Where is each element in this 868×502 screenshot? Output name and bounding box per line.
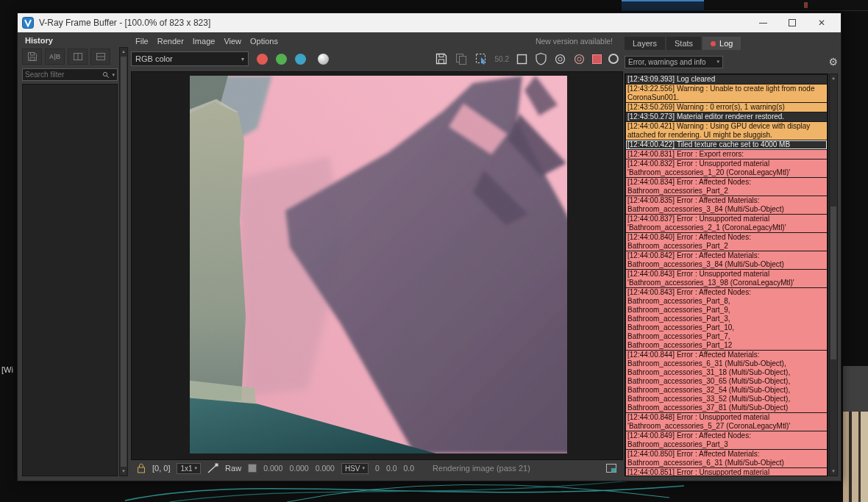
window-title: V-Ray Frame Buffer - [100.0% of 823 x 82…: [39, 18, 748, 28]
green-channel-button[interactable]: [276, 54, 287, 65]
log-entry-time: 12:44:00.842: [627, 251, 675, 259]
color-mode-arrow-icon: ▾: [363, 465, 366, 471]
new-version-link[interactable]: New version available!: [536, 37, 623, 46]
pixel-ratio-select[interactable]: 1x1 ▾: [177, 463, 201, 474]
gear-icon[interactable]: ⚙: [828, 57, 838, 67]
copy-image-icon[interactable]: [455, 52, 468, 65]
rendered-image[interactable]: [190, 76, 567, 453]
history-ab-vertical-button[interactable]: [90, 49, 110, 65]
render-canvas[interactable]: [131, 71, 623, 460]
search-icon: [102, 71, 110, 79]
log-entry[interactable]: 12:44:00.843Error : Unsupported material…: [626, 270, 827, 287]
window-titlebar[interactable]: V-Ray Frame Buffer - [100.0% of 823 x 82…: [18, 13, 841, 32]
vray-frame-buffer-window: V-Ray Frame Buffer - [100.0% of 823 x 82…: [17, 12, 842, 481]
color-mode-select[interactable]: HSV ▾: [341, 463, 369, 474]
log-entry[interactable]: 12:44:00.850Error : Affected Materials: …: [626, 450, 827, 467]
log-scrollbar-thumb[interactable]: [830, 207, 836, 359]
menu-item[interactable]: File: [131, 37, 153, 46]
tab-layers[interactable]: Layers: [625, 37, 665, 50]
log-filter-select[interactable]: Error, warnings and info ▾: [625, 56, 723, 68]
lock-icon[interactable]: [137, 463, 146, 473]
history-search-input[interactable]: [25, 71, 102, 79]
blue-channel-button[interactable]: [295, 54, 306, 65]
scroll-down-icon[interactable]: ▼: [120, 467, 127, 476]
history-scrollbar-thumb[interactable]: [121, 57, 127, 467]
log-filter-arrow-icon: ▾: [716, 59, 719, 65]
log-entry-time: 12:43:09.393: [627, 75, 675, 83]
log-entry[interactable]: 12:43:09.393Log cleared: [626, 75, 827, 84]
log-entry[interactable]: 12:44:00.844Error : Affected Materials: …: [626, 351, 827, 412]
log-entry-message: Warning : 0 error(s), 1 warning(s): [677, 103, 785, 111]
ab-horizontal-icon: [73, 51, 83, 62]
menu-item[interactable]: Options: [246, 37, 282, 46]
log-entry[interactable]: 12:44:00.848Error : Unsupported material…: [626, 413, 827, 431]
history-ab-compare-button[interactable]: A|B: [45, 49, 65, 65]
track-mouse-icon[interactable]: [474, 52, 488, 65]
channel-select-arrow-icon: ▾: [241, 56, 244, 62]
log-entry[interactable]: 12:43:22.556Warning : Unable to create l…: [626, 85, 827, 102]
panel-toggle-icon[interactable]: [605, 463, 617, 473]
tab-stats-label: Stats: [675, 39, 693, 48]
log-entry[interactable]: 12:44:00.834Error : Affected Nodes: Bath…: [626, 178, 827, 196]
log-entry[interactable]: 12:44:00.421Warning : Using GPU device w…: [626, 122, 827, 140]
log-entry-time: 12:44:00.848: [627, 413, 675, 421]
menu-item[interactable]: Image: [188, 37, 220, 46]
history-save-button[interactable]: [22, 49, 42, 65]
tab-log[interactable]: Log: [702, 37, 741, 50]
desktop-fragment-tick: [804, 2, 808, 8]
log-entry[interactable]: 12:44:00.843Error : Affected Nodes: Bath…: [626, 288, 827, 350]
log-scrollbar[interactable]: ▲ ▼: [829, 73, 838, 476]
log-entry[interactable]: 12:44:00.837Error : Unsupported material…: [626, 215, 827, 232]
log-entry-time: 12:44:00.832: [627, 159, 675, 168]
pixel-color-swatch: [248, 464, 257, 473]
color-curve-icon[interactable]: [207, 463, 218, 473]
search-options-arrow-icon[interactable]: ▾: [112, 72, 115, 78]
log-entry-time: 12:44:00.850: [627, 450, 675, 458]
shield-icon[interactable]: [535, 52, 547, 65]
mono-channel-button[interactable]: [318, 54, 329, 65]
log-entry[interactable]: 12:44:00.832Error : Unsupported material…: [626, 159, 827, 177]
red-channel-button[interactable]: [257, 54, 268, 65]
log-activity-dot: [711, 41, 716, 46]
log-entry[interactable]: 12:44:00.849Error : Affected Nodes: Bath…: [626, 431, 827, 449]
menu-item[interactable]: Render: [153, 37, 188, 46]
stop-render-icon[interactable]: [592, 54, 602, 64]
log-entry-message: Error : Affected Nodes: Bathroom_accesso…: [627, 288, 751, 349]
stamp-a-icon[interactable]: [554, 53, 566, 65]
right-panel: Layers Stats Log Error, warnings and inf…: [625, 35, 838, 476]
scroll-down-icon[interactable]: ▼: [830, 467, 837, 476]
save-image-icon[interactable]: [435, 52, 448, 65]
stamp-b-icon[interactable]: [573, 53, 586, 65]
log-filter-row: Error, warnings and info ▾ ⚙: [625, 53, 838, 71]
menu-item[interactable]: View: [219, 37, 246, 46]
minimize-button[interactable]: [748, 13, 778, 32]
history-list[interactable]: [22, 84, 118, 476]
log-entry-time: 12:44:00.843: [627, 270, 675, 278]
window-body: History A|B: [18, 32, 841, 481]
log-entry-message: Error : Affected Materials: Bathroom_acc…: [627, 351, 790, 412]
close-button[interactable]: ✕: [807, 13, 836, 32]
log-entry[interactable]: 12:44:00.835Error : Affected Materials: …: [626, 196, 827, 214]
scroll-up-icon[interactable]: ▲: [120, 48, 127, 56]
scroll-up-icon[interactable]: ▲: [830, 74, 837, 82]
log-entry[interactable]: 12:44:00.840Error : Affected Nodes: Bath…: [626, 233, 827, 251]
tab-stats[interactable]: Stats: [666, 37, 701, 50]
log-entry[interactable]: 12:43:50.273Material editor renderer res…: [626, 112, 827, 121]
history-search-box[interactable]: ▾: [22, 68, 118, 81]
log-entry[interactable]: 12:44:00.851Error : Unsupported material…: [626, 468, 827, 476]
channel-select[interactable]: RGB color ▾: [131, 51, 249, 66]
render-last-icon[interactable]: [608, 54, 619, 64]
history-scrollbar[interactable]: ▲ ▼: [119, 47, 128, 476]
desktop-fragment-top-right: [704, 0, 868, 11]
history-ab-horizontal-button[interactable]: [68, 49, 88, 65]
pixel-ratio-arrow-icon: ▾: [195, 465, 198, 471]
region-render-icon[interactable]: [516, 53, 528, 65]
log-entry[interactable]: 12:44:00.422Tiled texture cache set to 4…: [626, 140, 827, 149]
maximize-button[interactable]: [778, 13, 807, 32]
log-entry[interactable]: 12:44:00.842Error : Affected Materials: …: [626, 251, 827, 269]
log-entry[interactable]: 12:43:50.269Warning : 0 error(s), 1 warn…: [626, 103, 827, 112]
hsv-value-s: 0.0: [386, 464, 397, 473]
log-entry[interactable]: 12:44:00.831Error : Export errors:: [626, 150, 827, 159]
log-entry-time: 12:44:00.835: [627, 196, 675, 204]
pixel-coordinates: [0, 0]: [152, 464, 170, 473]
